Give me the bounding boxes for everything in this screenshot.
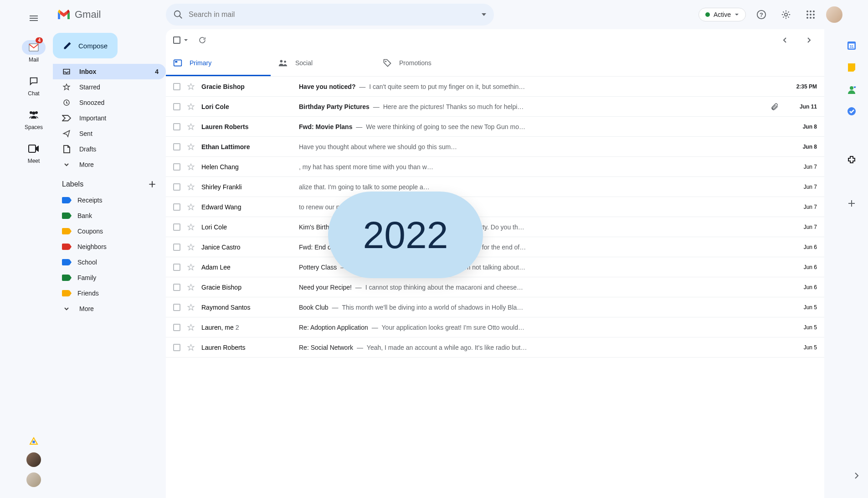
folder-important[interactable]: Important	[53, 110, 166, 126]
refresh-button[interactable]	[194, 32, 211, 48]
side-panel-toggle[interactable]	[853, 472, 861, 480]
star-icon[interactable]	[187, 123, 195, 131]
star-icon[interactable]	[187, 243, 195, 251]
mail-checkbox[interactable]	[173, 123, 180, 130]
mail-checkbox[interactable]	[173, 284, 180, 291]
mail-subject-snippet: alize that. I'm going to talk to some pe…	[299, 183, 779, 191]
svg-text:?: ?	[760, 11, 763, 18]
mail-checkbox[interactable]	[173, 344, 180, 351]
mail-row[interactable]: Lori Cole Birthday Party Pictures — Here…	[166, 97, 824, 117]
tab-primary[interactable]: Primary	[166, 51, 271, 76]
mail-checkbox[interactable]	[173, 83, 180, 90]
mail-date: Jun 8	[785, 124, 817, 130]
mail-checkbox[interactable]	[173, 143, 180, 150]
mail-date: Jun 7	[785, 184, 817, 190]
add-label-button[interactable]	[148, 180, 157, 189]
chevron-right-icon	[853, 472, 861, 480]
header: Gmail Active ?	[49, 0, 850, 29]
calendar-app-icon[interactable]: 31	[847, 41, 856, 50]
mail-subject-snippet: Re: Adoption Application — Your applicat…	[299, 324, 779, 331]
logo[interactable]: Gmail	[56, 9, 157, 21]
rail-item-spaces[interactable]: Spaces	[22, 108, 46, 130]
search-input[interactable]	[189, 10, 481, 19]
contact-avatar-2[interactable]	[26, 472, 41, 487]
star-icon[interactable]	[187, 103, 195, 111]
folder-more[interactable]: More	[53, 157, 166, 172]
mail-row[interactable]: Gracie Bishop Have you noticed? — I can'…	[166, 77, 824, 97]
star-icon[interactable]	[187, 163, 195, 171]
profile-avatar[interactable]	[826, 6, 842, 23]
star-icon[interactable]	[187, 83, 195, 91]
label-family[interactable]: Family	[53, 270, 166, 285]
mail-row[interactable]: Ethan Lattimore Have you thought about w…	[166, 137, 824, 157]
mail-row[interactable]: Gracie Bishop Need your Recipe! — I cann…	[166, 277, 824, 297]
mail-row[interactable]: Lauren Roberts Fwd: Movie Plans — We wer…	[166, 117, 824, 137]
mail-row[interactable]: Raymond Santos Book Club — This month we…	[166, 297, 824, 317]
tasks-app-icon[interactable]	[847, 107, 856, 116]
apps-shortcut-icon[interactable]	[28, 436, 39, 447]
folder-starred[interactable]: Starred	[53, 79, 166, 95]
mail-row[interactable]: Lauren Roberts Re: Social Network — Yeah…	[166, 337, 824, 358]
search-options-icon[interactable]	[481, 12, 487, 17]
mail-checkbox[interactable]	[173, 183, 180, 191]
mail-checkbox[interactable]	[173, 264, 180, 271]
mail-row[interactable]: Lori Cole Kim's Birthday — Hey! I'll pic…	[166, 217, 824, 237]
apps-button[interactable]	[801, 5, 820, 24]
important-icon	[62, 115, 71, 121]
label-bank[interactable]: Bank	[53, 208, 166, 223]
label-school[interactable]: School	[53, 254, 166, 270]
label-coupons[interactable]: Coupons	[53, 223, 166, 239]
star-icon[interactable]	[187, 283, 195, 291]
star-icon[interactable]	[187, 343, 195, 352]
rail-item-mail[interactable]: 4 Mail	[22, 40, 46, 63]
mail-row[interactable]: Helen Chang , my hat has spent more time…	[166, 157, 824, 177]
label-receipts[interactable]: Receipts	[53, 192, 166, 208]
search-bar[interactable]	[166, 4, 494, 26]
mail-row[interactable]: Edward Wang to renew our pool club membe…	[166, 197, 824, 217]
star-icon[interactable]	[187, 143, 195, 151]
select-all-checkbox[interactable]	[173, 36, 189, 44]
mail-row[interactable]: Lauren, me 2 Re: Adoption Application — …	[166, 317, 824, 337]
mail-checkbox[interactable]	[173, 244, 180, 251]
star-icon[interactable]	[187, 203, 195, 211]
mail-checkbox[interactable]	[173, 304, 180, 311]
mail-date: Jun 7	[785, 164, 817, 170]
label-more[interactable]: More	[53, 301, 166, 316]
folder-snoozed[interactable]: Snoozed	[53, 95, 166, 110]
mail-row[interactable]: Shirley Frankli alize that. I'm going to…	[166, 177, 824, 197]
add-addon-button[interactable]	[847, 199, 856, 208]
label-neighbors[interactable]: Neighbors	[53, 239, 166, 254]
folder-drafts[interactable]: Drafts	[53, 141, 166, 157]
tab-social[interactable]: Social	[271, 51, 375, 76]
support-button[interactable]: ?	[752, 5, 770, 24]
mail-checkbox[interactable]	[173, 324, 180, 331]
folder-sent[interactable]: Sent	[53, 126, 166, 141]
mail-subject-snippet: Book Club — This month we'll be diving i…	[299, 304, 779, 311]
label-friends[interactable]: Friends	[53, 285, 166, 301]
star-icon[interactable]	[187, 183, 195, 191]
compose-button[interactable]: Compose	[53, 33, 118, 58]
star-icon[interactable]	[187, 323, 195, 332]
status-pill[interactable]: Active	[699, 8, 746, 21]
contacts-app-icon[interactable]	[847, 85, 856, 94]
addons-icon[interactable]	[847, 155, 856, 164]
mail-checkbox[interactable]	[173, 163, 180, 171]
mail-checkbox[interactable]	[173, 103, 180, 110]
mail-row[interactable]: Adam Lee Pottery Class — Everyone, tomor…	[166, 257, 824, 277]
keep-app-icon[interactable]	[847, 63, 856, 72]
mail-row[interactable]: Janice Castro Fwd: End of the Year Party…	[166, 237, 824, 257]
star-icon[interactable]	[187, 303, 195, 311]
mail-checkbox[interactable]	[173, 223, 180, 231]
contact-avatar-1[interactable]	[26, 452, 41, 467]
folder-inbox[interactable]: Inbox 4	[53, 64, 166, 79]
rail-item-meet[interactable]: Meet	[22, 141, 46, 164]
star-icon[interactable]	[187, 263, 195, 271]
older-button[interactable]	[801, 32, 817, 48]
mail-checkbox[interactable]	[173, 203, 180, 211]
star-icon[interactable]	[187, 223, 195, 231]
rail-item-chat[interactable]: Chat	[22, 74, 46, 97]
tab-promotions[interactable]: Promotions	[375, 51, 480, 76]
main-menu-button[interactable]	[23, 7, 45, 29]
newer-button[interactable]	[777, 32, 793, 48]
settings-button[interactable]	[777, 5, 795, 24]
